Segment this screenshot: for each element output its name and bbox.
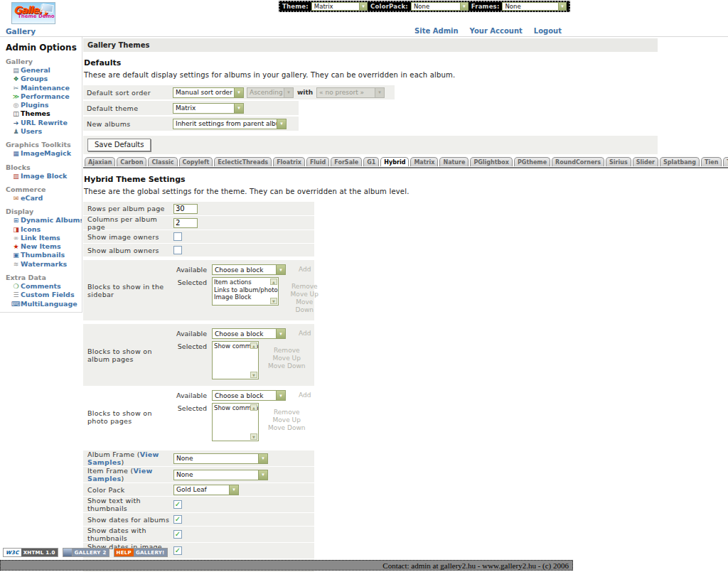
add-link[interactable]: Add — [299, 328, 311, 339]
move-down-link[interactable]: Move Down — [268, 362, 306, 370]
sidebar-item-groups[interactable]: ❖Groups — [6, 75, 80, 83]
help-gallery-badge[interactable]: HELP GALLERY! — [114, 548, 168, 557]
tab-g1[interactable]: G1 — [363, 157, 379, 166]
listbox-item[interactable]: Show comments — [214, 342, 250, 350]
listbox-item[interactable]: Image Block — [214, 293, 269, 301]
item-frame-select[interactable]: None ▾ — [173, 470, 268, 480]
sidebar-item-url-rewrite[interactable]: ➔URL Rewrite — [6, 119, 80, 127]
default-sort-order-select[interactable]: Manual sort order ▾ — [173, 87, 244, 98]
scroll-down-icon[interactable]: ▼ — [250, 372, 257, 378]
choose-block-select[interactable]: Choose a block▾ — [212, 390, 286, 401]
choose-block-select[interactable]: Choose a block▾ — [212, 328, 286, 339]
w3c-xhtml-badge[interactable]: W3C XHTML 1.0 — [3, 548, 58, 557]
gallery-logo[interactable]: Gallery Theme Demo — [11, 2, 55, 24]
sidebar-item-imagemagick[interactable]: ▦ImageMagick — [6, 149, 80, 158]
sidebar-item-icons[interactable]: ◨Icons — [6, 225, 80, 234]
scroll-down-icon[interactable]: ▼ — [270, 298, 277, 304]
sidebar-item-themes[interactable]: ◫Themes — [6, 109, 80, 118]
selected-label: Selected — [173, 341, 207, 379]
listbox-item[interactable]: Item actions — [214, 279, 269, 286]
rows-per-album-page-input[interactable] — [173, 204, 198, 214]
new-albums-select[interactable]: Inherit settings from parent album ▾ — [173, 119, 287, 129]
sidebar-item-users[interactable]: ♟Users — [6, 127, 80, 136]
tab-tien[interactable]: Tien — [701, 157, 722, 166]
header-link-your-account[interactable]: Your Account — [470, 27, 523, 35]
sidebar-item-new-items[interactable]: ★New Items — [6, 242, 80, 251]
sidebar-item-image-block[interactable]: ▥Image Block — [6, 172, 80, 180]
selected-blocks-list[interactable]: Show comments▲▼ — [212, 403, 259, 441]
listbox-scrollbar[interactable]: ▲▼ — [250, 404, 257, 440]
sidebar-item-multilanguage[interactable]: ⌨MultiLanguage — [6, 300, 80, 308]
listbox-scrollbar[interactable]: ▲▼ — [270, 279, 277, 304]
tab-splatbang[interactable]: Splatbang — [660, 157, 700, 166]
sidebar-item-link-items[interactable]: ∞Link Items — [6, 234, 80, 242]
sidebar-item-maintenance[interactable]: ✂Maintenance — [6, 84, 80, 92]
show-dates-in-image-view-checkbox[interactable]: ✓ — [173, 546, 182, 555]
move-up-link[interactable]: Move Up — [268, 355, 306, 362]
header-link-logout[interactable]: Logout — [534, 27, 562, 35]
tab-eclecticthreads[interactable]: EclecticThreads — [214, 157, 272, 166]
tab-copyleft[interactable]: Copyleft — [179, 157, 213, 166]
header-link-site-admin[interactable]: Site Admin — [414, 27, 459, 35]
tab-fluid[interactable]: Fluid — [306, 157, 329, 166]
breadcrumb[interactable]: Gallery — [6, 27, 36, 36]
tab-hybrid[interactable]: Hybrid — [380, 157, 409, 166]
gallery2-badge[interactable]: GALLERY 2 — [63, 548, 109, 557]
sidebar-item-custom-fields[interactable]: ☰Custom Fields — [6, 291, 80, 299]
comments-icon: ❍ — [11, 282, 21, 291]
sidebar-item-performance[interactable]: ≫Performance — [6, 92, 80, 101]
tab-ajaxian[interactable]: Ajaxian — [85, 157, 115, 166]
album-frame-select[interactable]: None ▾ — [173, 453, 268, 464]
scroll-up-icon[interactable]: ▲ — [250, 404, 257, 411]
show-dates-with-thumbnails-checkbox[interactable]: ✓ — [173, 530, 182, 539]
move-up-link[interactable]: Move Up — [268, 416, 306, 424]
selected-blocks-list[interactable]: Show comments▲▼ — [212, 341, 259, 379]
frames-select[interactable]: None ▾ — [502, 2, 567, 11]
move-down-link[interactable]: Move Down — [288, 298, 321, 314]
tab-pglightbox[interactable]: PGlightbox — [470, 157, 513, 166]
show-image-owners-checkbox[interactable] — [173, 232, 182, 241]
sidebar-item-dynamic-albums[interactable]: ⊞Dynamic Albums — [6, 216, 80, 225]
show-text-with-thumbnails-checkbox[interactable]: ✓ — [173, 500, 182, 509]
tab-matrix[interactable]: Matrix — [410, 157, 438, 166]
remove-link[interactable]: Remove — [268, 347, 306, 355]
sidebar-item-watermarks[interactable]: ≋Watermarks — [6, 260, 80, 269]
tab-carbon[interactable]: Carbon — [117, 157, 146, 166]
tab-classic[interactable]: Classic — [148, 157, 177, 166]
tab-roundcorners[interactable]: RoundCorners — [552, 157, 604, 166]
default-theme-select[interactable]: Matrix ▾ — [173, 103, 244, 114]
listbox-scrollbar[interactable]: ▲▼ — [250, 342, 257, 378]
remove-link[interactable]: Remove — [288, 283, 321, 291]
tab-pgtheme[interactable]: PGtheme — [514, 157, 550, 166]
add-link[interactable]: Add — [299, 390, 311, 401]
show-album-owners-checkbox[interactable] — [173, 246, 182, 254]
sidebar-item-ecard[interactable]: ✉eCard — [6, 194, 80, 203]
sidebar-item-general[interactable]: ▤General — [6, 66, 80, 75]
listbox-item[interactable]: Links to album/photo peers — [214, 286, 269, 294]
sidebar-item-plugins[interactable]: ◎Plugins — [6, 101, 80, 109]
move-up-link[interactable]: Move Up — [288, 291, 321, 298]
tab-tile[interactable]: Tile — [723, 157, 728, 166]
tab-sirius[interactable]: Sirius — [606, 157, 631, 166]
columns-per-album-page-input[interactable] — [173, 218, 198, 228]
remove-link[interactable]: Remove — [268, 409, 306, 416]
sidebar-item-comments[interactable]: ❍Comments — [6, 282, 80, 291]
sidebar-item-thumbnails[interactable]: ▣Thumbnails — [6, 251, 80, 259]
selected-blocks-list[interactable]: Item actionsLinks to album/photo peersIm… — [212, 277, 279, 306]
listbox-item[interactable]: Show comments — [214, 404, 250, 412]
theme-select[interactable]: Matrix ▾ — [311, 2, 368, 11]
choose-block-select[interactable]: Choose a block▾ — [212, 264, 286, 275]
tab-slider[interactable]: Slider — [633, 157, 658, 166]
tab-forsale[interactable]: ForSale — [331, 157, 362, 166]
color-pack-select[interactable]: Gold Leaf ▾ — [173, 485, 239, 495]
tab-nature[interactable]: Nature — [439, 157, 469, 166]
colorpack-select[interactable]: None ▾ — [411, 2, 469, 11]
scroll-up-icon[interactable]: ▲ — [270, 279, 277, 285]
scroll-down-icon[interactable]: ▼ — [250, 433, 257, 440]
show-dates-for-albums-checkbox[interactable]: ✓ — [173, 515, 182, 524]
scroll-up-icon[interactable]: ▲ — [250, 342, 257, 349]
tab-floatrix[interactable]: Floatrix — [273, 157, 305, 166]
save-defaults-button[interactable]: Save Defaults — [87, 139, 151, 151]
add-link[interactable]: Add — [299, 264, 311, 275]
move-down-link[interactable]: Move Down — [268, 424, 306, 432]
